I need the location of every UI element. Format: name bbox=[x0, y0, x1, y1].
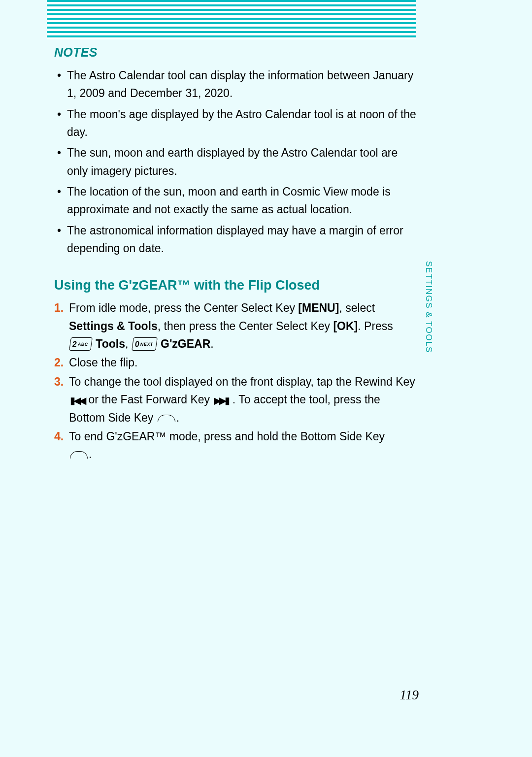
step-item: 1. From idle mode, press the Center Sele… bbox=[54, 299, 419, 353]
note-item: The astronomical information displayed m… bbox=[57, 222, 419, 258]
note-item: The Astro Calendar tool can display the … bbox=[57, 66, 419, 102]
gzgear-label: G'zGEAR bbox=[158, 337, 211, 350]
bottom-side-key-icon bbox=[158, 415, 175, 422]
note-item: The location of the sun, moon and earth … bbox=[57, 183, 419, 219]
step-number: 3. bbox=[54, 373, 64, 391]
page-content: NOTES The Astro Calendar tool can displa… bbox=[54, 45, 419, 464]
notes-heading: NOTES bbox=[54, 45, 419, 60]
menu-label: [MENU] bbox=[298, 301, 339, 314]
ok-label: [OK] bbox=[333, 320, 358, 332]
step-number: 1. bbox=[54, 299, 64, 317]
steps-list: 1. From idle mode, press the Center Sele… bbox=[54, 299, 419, 463]
step-number: 2. bbox=[54, 354, 64, 371]
step-text: , then press the Center Select Key bbox=[158, 320, 333, 332]
step-text: Close the flip. bbox=[69, 356, 137, 369]
step-text: To end G'zGEAR™ mode, press and hold the… bbox=[69, 430, 385, 443]
manual-page: NOTES The Astro Calendar tool can displa… bbox=[0, 0, 532, 757]
decorative-stripes bbox=[47, 0, 416, 39]
bottom-side-key-icon bbox=[70, 451, 88, 459]
tools-label: Tools bbox=[93, 337, 125, 350]
step-text: , bbox=[125, 337, 132, 350]
step-text: . bbox=[89, 448, 92, 461]
step-text: , select bbox=[339, 301, 375, 314]
notes-list: The Astro Calendar tool can display the … bbox=[57, 66, 419, 257]
step-text: From idle mode, press the Center Select … bbox=[69, 301, 298, 314]
key-0next-icon: 0NEXT bbox=[132, 337, 158, 351]
settings-tools-label: Settings & Tools bbox=[69, 320, 158, 332]
step-item: 4. To end G'zGEAR™ mode, press and hold … bbox=[54, 428, 419, 463]
fast-forward-icon: ▶▶▮ bbox=[214, 393, 228, 409]
step-text: . Press bbox=[358, 320, 393, 332]
section-heading: Using the G'zGEAR™ with the Flip Closed bbox=[54, 278, 419, 293]
step-text: or the Fast Forward Key bbox=[85, 393, 213, 406]
section-tab: SETTINGS & TOOLS bbox=[417, 261, 433, 409]
step-text: . bbox=[176, 411, 179, 424]
note-item: The sun, moon and earth displayed by the… bbox=[57, 144, 419, 180]
step-number: 4. bbox=[54, 428, 64, 445]
step-text: . bbox=[210, 337, 213, 350]
step-text: To change the tool displayed on the fron… bbox=[69, 375, 415, 388]
key-2abc-icon: 2ABC bbox=[69, 337, 93, 351]
rewind-icon: ▮◀◀ bbox=[70, 393, 84, 409]
step-item: 2. Close the flip. bbox=[54, 354, 419, 371]
note-item: The moon's age displayed by the Astro Ca… bbox=[57, 105, 419, 141]
step-item: 3. To change the tool displayed on the f… bbox=[54, 373, 419, 427]
page-number: 119 bbox=[400, 688, 419, 703]
